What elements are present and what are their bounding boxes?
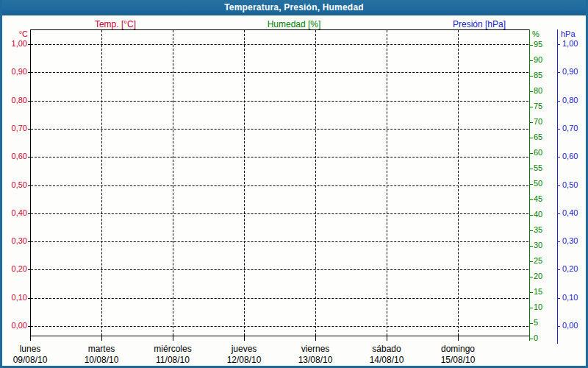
pressure-tick-label: 0,50 [562, 180, 578, 189]
x-axis-tick-mark [458, 336, 459, 341]
humidity-tick-label: 70 [534, 117, 542, 126]
temperature-tick-label: 1,00 [0, 39, 27, 48]
x-axis-tick-mark [387, 336, 387, 341]
date-label: 11/08/10 [156, 355, 190, 365]
temperature-tick-mark [28, 213, 30, 214]
temperature-tick-label: 0,80 [0, 96, 27, 105]
vertical-gridline [387, 30, 387, 336]
humidity-axis-unit-label: % [532, 29, 539, 38]
date-label: 09/08/10 [13, 355, 48, 365]
temperature-tick-mark [28, 72, 30, 73]
legend-temperature-label: Temp. [°C] [95, 19, 136, 29]
humidity-tick-mark [530, 230, 533, 231]
humidity-tick-label: 90 [534, 55, 542, 64]
humidity-tick-label: 35 [534, 225, 542, 234]
humidity-tick-mark [530, 184, 533, 185]
left-axis-unit-label: °C [0, 29, 28, 38]
legend-humidity-label: Humedad [%] [268, 19, 321, 29]
pressure-tick-label: 0,40 [562, 208, 578, 217]
humidity-tick-label: 20 [534, 272, 542, 280]
humidity-tick-label: 15 [534, 287, 542, 296]
temperature-tick-label: 0,70 [0, 124, 27, 132]
humidity-tick-mark [530, 76, 533, 77]
humidity-tick-label: 45 [534, 194, 542, 203]
temperature-tick-mark [28, 269, 30, 270]
temperature-tick-mark [28, 241, 30, 242]
humidity-tick-mark [530, 153, 533, 154]
temperature-tick-label: 0,50 [0, 180, 27, 189]
date-label: 15/08/10 [441, 355, 476, 365]
humidity-tick-mark [530, 339, 533, 339]
weather-chart-window: Temperatura, Presión, Humedad Temp. [°C]… [0, 0, 588, 368]
legend-pressure-label: Presión [hPa] [453, 19, 506, 29]
humidity-tick-mark [530, 45, 533, 46]
horizontal-gridline [31, 157, 528, 158]
pressure-tick-label: 0,80 [562, 96, 578, 105]
chart-title: Temperatura, Presión, Humedad [224, 2, 364, 13]
horizontal-gridline [31, 269, 528, 270]
day-label: martes [88, 344, 115, 354]
humidity-tick-label: 50 [534, 179, 542, 188]
temperature-tick-label: 0,60 [0, 152, 27, 160]
humidity-tick-label: 55 [534, 163, 542, 172]
temperature-tick-label: 0,10 [0, 293, 27, 302]
x-axis-tick-mark [244, 336, 245, 341]
horizontal-gridline [31, 241, 528, 242]
horizontal-gridline [31, 72, 528, 73]
horizontal-gridline [31, 44, 528, 45]
temperature-tick-mark [28, 101, 30, 102]
humidity-tick-label: 25 [534, 256, 542, 265]
humidity-tick-label: 5 [534, 318, 538, 327]
temperature-tick-label: 0,90 [0, 67, 27, 76]
temperature-tick-mark [28, 129, 30, 130]
humidity-tick-mark [530, 169, 533, 169]
temperature-tick-mark [28, 326, 30, 327]
pressure-tick-label: 1,00 [562, 39, 578, 48]
temperature-tick-label: 0,00 [0, 321, 27, 330]
humidity-tick-label: 40 [534, 210, 542, 219]
humidity-tick-label: 85 [534, 71, 542, 79]
temperature-tick-label: 0,20 [0, 264, 27, 273]
pressure-axis-unit-label: hPa [561, 29, 576, 38]
humidity-tick-mark [530, 308, 533, 308]
temperature-tick-mark [28, 157, 30, 158]
vertical-gridline [458, 30, 459, 336]
temperature-tick-mark [28, 44, 30, 45]
day-label: jueves [232, 344, 257, 354]
humidity-tick-mark [530, 199, 533, 200]
temperature-tick-label: 0,40 [0, 208, 27, 217]
pressure-tick-label: 0,90 [562, 67, 578, 76]
pressure-tick-label: 0,20 [562, 264, 578, 273]
day-label: miércoles [154, 344, 191, 354]
humidity-tick-label: 75 [534, 102, 542, 110]
pressure-tick-label: 0,00 [562, 321, 578, 330]
humidity-tick-mark [530, 138, 533, 138]
humidity-tick-label: 80 [534, 86, 542, 95]
humidity-tick-label: 30 [534, 241, 542, 250]
pressure-tick-label: 0,30 [562, 236, 578, 245]
humidity-tick-mark [530, 246, 533, 247]
humidity-tick-label: 10 [534, 302, 542, 311]
date-label: 10/08/10 [85, 355, 119, 365]
humidity-tick-mark [530, 215, 533, 216]
humidity-tick-mark [530, 107, 533, 107]
x-axis-tick-mark [315, 336, 316, 341]
x-axis-tick-mark [173, 336, 173, 341]
day-label: sábado [372, 344, 401, 354]
pressure-axis-line [557, 29, 558, 344]
humidity-tick-mark [530, 261, 533, 262]
humidity-tick-mark [530, 60, 533, 61]
vertical-gridline [315, 30, 316, 336]
humidity-tick-label: 60 [534, 148, 542, 157]
temperature-tick-mark [28, 298, 30, 299]
window-title-bar: Temperatura, Presión, Humedad [0, 0, 588, 15]
day-label: domingo [441, 344, 475, 354]
humidity-tick-mark [530, 122, 533, 123]
humidity-tick-label: 95 [534, 40, 542, 49]
temperature-tick-mark [28, 185, 30, 186]
humidity-tick-mark [530, 292, 533, 293]
x-axis-tick-mark [101, 336, 102, 341]
day-label: viernes [301, 344, 330, 354]
date-label: 12/08/10 [227, 355, 262, 365]
humidity-tick-label: 65 [534, 132, 542, 141]
